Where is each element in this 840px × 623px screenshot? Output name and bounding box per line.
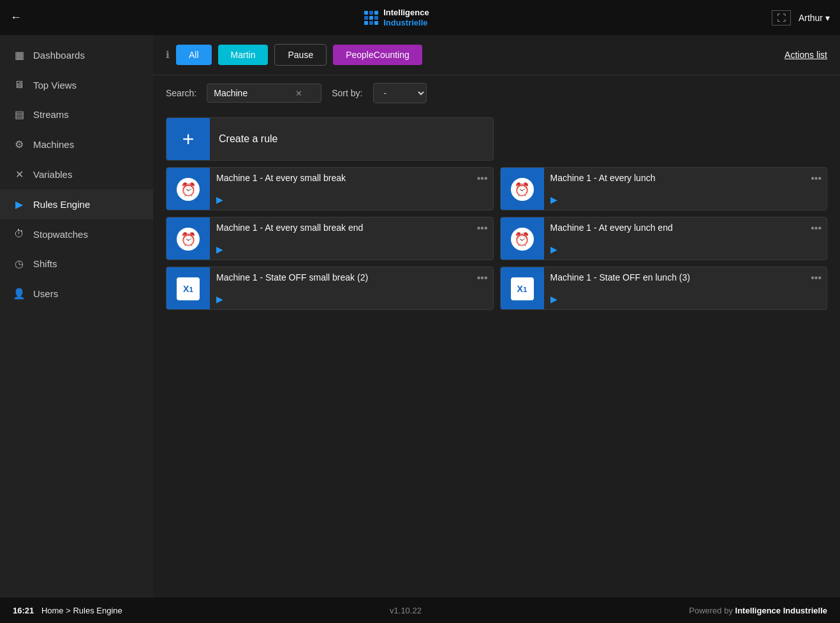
rule-title-2: Machine 1 - At every lunch (550, 173, 821, 183)
current-time: 16:21 (13, 606, 34, 615)
filter-bar: ℹ All Martin Pause PeopleCounting Action… (153, 35, 840, 75)
sidebar-label-shifts: Shifts (33, 258, 57, 269)
rule-menu-5[interactable]: ••• (477, 272, 488, 284)
fullscreen-button[interactable]: ⛶ (772, 10, 791, 26)
sidebar-item-rules-engine[interactable]: ▶ Rules Engine (0, 189, 153, 219)
sidebar-label-stopwatches: Stopwatches (33, 229, 88, 240)
breadcrumb-page: Rules Engine (73, 606, 122, 615)
clock-icon-3: ⏰ (177, 228, 200, 251)
topbar-left: ← (10, 11, 22, 24)
info-button[interactable]: ℹ (166, 49, 170, 61)
bottom-bar: 16:21 Home > Rules Engine v1.10.22 Power… (0, 597, 840, 623)
rule-content-5: Machine 1 - State OFF small break (2) ▶ (210, 267, 493, 309)
breadcrumb-separator: > (66, 606, 71, 615)
shifts-icon: ◷ (13, 258, 26, 270)
rule-icon-box-3: ⏰ (166, 217, 210, 260)
rule-menu-2[interactable]: ••• (811, 173, 822, 184)
stopwatches-icon: ⏱ (13, 228, 26, 240)
powered-by: Powered by Intelligence Industrielle (689, 606, 827, 615)
version-label: v1.10.22 (390, 606, 422, 615)
brand-icon (364, 11, 378, 25)
rule-title-6: Machine 1 - State OFF en lunch (3) (550, 272, 821, 282)
topbar: ← Intelligence Industrielle ⛶ Arthur ▾ (0, 0, 840, 35)
create-rule-card[interactable]: + Create a rule (166, 117, 494, 161)
rule-menu-1[interactable]: ••• (477, 173, 488, 184)
rule-title-1: Machine 1 - At every small break (216, 173, 487, 183)
sidebar-label-users: Users (33, 288, 58, 299)
sidebar-label-rules-engine: Rules Engine (33, 199, 90, 210)
sidebar-item-dashboards[interactable]: ▦ Dashboards (0, 40, 153, 70)
sidebar-item-stopwatches[interactable]: ⏱ Stopwatches (0, 219, 153, 249)
rule-content-1: Machine 1 - At every small break ▶ (210, 168, 493, 210)
filter-all-button[interactable]: All (176, 45, 212, 65)
clear-icon[interactable]: ✕ (295, 89, 302, 98)
filter-people-button[interactable]: PeopleCounting (333, 45, 422, 65)
sidebar: ▦ Dashboards 🖥 Top Views ▤ Streams ⚙ Mac… (0, 35, 153, 597)
machines-icon: ⚙ (13, 138, 26, 150)
brand-name: Intelligence Industrielle (383, 8, 429, 27)
rule-card-4[interactable]: ⏰ Machine 1 - At every lunch end ▶ ••• (500, 217, 828, 260)
rule-content-2: Machine 1 - At every lunch ▶ (544, 168, 827, 210)
users-icon: 👤 (13, 288, 26, 300)
variable-icon-5: X1 (177, 277, 200, 300)
sidebar-label-variables: Variables (33, 169, 72, 180)
user-name: Arthur (799, 13, 823, 23)
rule-icon-box-6: X1 (501, 267, 544, 310)
create-icon-box: + (166, 117, 210, 161)
sort-label: Sort by: (332, 88, 362, 98)
rule-menu-4[interactable]: ••• (811, 223, 822, 234)
brand-logo: Intelligence Industrielle (364, 8, 429, 27)
rule-title-3: Machine 1 - At every small break end (216, 223, 487, 233)
rule-menu-3[interactable]: ••• (477, 223, 488, 234)
rule-card-5[interactable]: X1 Machine 1 - State OFF small break (2)… (166, 267, 494, 310)
rule-card-2[interactable]: ⏰ Machine 1 - At every lunch ▶ ••• (500, 167, 828, 210)
rule-play-5[interactable]: ▶ (216, 294, 487, 304)
search-input[interactable] (214, 88, 290, 98)
variable-icon-6: X1 (511, 277, 534, 300)
rule-menu-6[interactable]: ••• (811, 272, 822, 284)
rule-card-3[interactable]: ⏰ Machine 1 - At every small break end ▶… (166, 217, 494, 260)
create-rule-label: Create a rule (219, 133, 278, 145)
content-area: ℹ All Martin Pause PeopleCounting Action… (153, 35, 840, 597)
back-button[interactable]: ← (10, 11, 22, 24)
sidebar-item-users[interactable]: 👤 Users (0, 279, 153, 309)
sidebar-item-variables[interactable]: ✕ Variables (0, 159, 153, 189)
bottom-left: 16:21 Home > Rules Engine (13, 606, 122, 615)
topbar-right: ⛶ Arthur ▾ (772, 10, 830, 26)
actions-list-button[interactable]: Actions list (785, 50, 827, 60)
breadcrumb-home[interactable]: Home (41, 606, 64, 615)
sidebar-item-machines[interactable]: ⚙ Machines (0, 129, 153, 159)
search-bar: Search: ✕ Sort by: - Name Date (153, 75, 840, 111)
search-input-wrap: ✕ (207, 84, 321, 103)
sidebar-label-dashboards: Dashboards (33, 50, 85, 61)
rule-play-1[interactable]: ▶ (216, 194, 487, 205)
breadcrumb: Home > Rules Engine (41, 606, 122, 615)
rule-icon-box-1: ⏰ (166, 168, 210, 210)
rules-grid: + Create a rule ⏰ Machine 1 - At every s… (153, 111, 840, 597)
rule-card-6[interactable]: X1 Machine 1 - State OFF en lunch (3) ▶ … (500, 267, 828, 310)
dropdown-icon: ▾ (825, 13, 830, 23)
plus-icon: + (182, 128, 195, 151)
rule-title-4: Machine 1 - At every lunch end (550, 223, 821, 233)
top-views-icon: 🖥 (13, 79, 26, 91)
rule-icon-box-4: ⏰ (501, 217, 544, 260)
sidebar-item-top-views[interactable]: 🖥 Top Views (0, 70, 153, 99)
filter-pause-button[interactable]: Pause (274, 44, 327, 66)
sort-select[interactable]: - Name Date (373, 83, 427, 103)
rule-play-4[interactable]: ▶ (550, 244, 821, 254)
topbar-center: Intelligence Industrielle (364, 8, 429, 27)
dashboards-icon: ▦ (13, 49, 26, 61)
clock-icon-2: ⏰ (511, 178, 534, 201)
rule-play-6[interactable]: ▶ (550, 294, 821, 304)
user-menu-button[interactable]: Arthur ▾ (799, 13, 830, 23)
rule-content-4: Machine 1 - At every lunch end ▶ (544, 217, 827, 260)
rule-play-2[interactable]: ▶ (550, 194, 821, 205)
rule-content-6: Machine 1 - State OFF en lunch (3) ▶ (544, 267, 827, 309)
sidebar-label-top-views: Top Views (33, 80, 77, 91)
sidebar-item-streams[interactable]: ▤ Streams (0, 99, 153, 129)
filter-martin-button[interactable]: Martin (218, 45, 269, 65)
sidebar-item-shifts[interactable]: ◷ Shifts (0, 249, 153, 279)
sidebar-label-machines: Machines (33, 139, 74, 150)
rule-play-3[interactable]: ▶ (216, 244, 487, 254)
rule-card-1[interactable]: ⏰ Machine 1 - At every small break ▶ ••• (166, 167, 494, 210)
